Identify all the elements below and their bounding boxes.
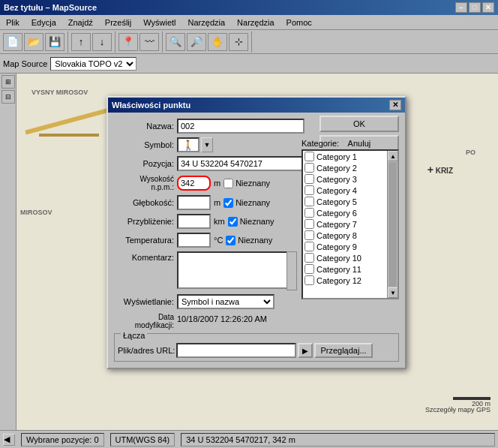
toolbar-zoom-in-button[interactable]: 🔍 <box>166 33 185 51</box>
glebokos-input[interactable] <box>177 195 211 210</box>
przyblizenie-label: Przybliżenie: <box>114 217 174 226</box>
menu-edycja[interactable]: Edycja <box>28 17 59 28</box>
category-8-label: Category 8 <box>316 231 357 240</box>
scroll-up-arrow[interactable]: ▲ <box>388 151 398 161</box>
category-11-label: Category 11 <box>316 265 362 274</box>
category-1-checkbox[interactable] <box>304 152 314 161</box>
category-11-checkbox[interactable] <box>304 264 314 274</box>
przyblizenie-unit: km <box>214 217 225 226</box>
wyswietlanie-select[interactable]: Symbol i nazwa <box>177 294 274 309</box>
lacza-legend: Łącza <box>121 331 147 340</box>
toolbar-section-3: 📍 〰 <box>118 32 163 53</box>
toolbar-download-button[interactable]: ↓ <box>92 33 112 51</box>
menu-znajdz[interactable]: Znajdź <box>65 17 96 28</box>
toolbar: 📄 📂 💾 ↑ ↓ 📍 〰 🔍 🔎 ✋ ⊹ <box>0 30 498 54</box>
category-7-checkbox[interactable] <box>304 219 314 229</box>
pozycja-input[interactable] <box>177 156 304 171</box>
toolbar-track-button[interactable]: 〰 <box>140 33 159 51</box>
browse-button[interactable]: Przeglądaj... <box>314 343 372 358</box>
nieznany3-checkbox[interactable] <box>228 217 238 227</box>
category-3-checkbox[interactable] <box>304 174 314 184</box>
wysokosc-label: Wysokośćn.p.m.: <box>114 175 174 191</box>
toolbar-section-1: 📄 📂 💾 <box>3 32 68 53</box>
category-5-label: Category 5 <box>316 197 357 206</box>
menu-bar: Plik Edycja Znajdź Prześlij Wyświetl Nar… <box>0 15 498 30</box>
nieznany1-checkbox[interactable] <box>224 179 233 188</box>
toolbar-open-button[interactable]: 📂 <box>24 33 44 51</box>
nieznany2-checkbox-label: Nieznany <box>224 198 270 208</box>
symbol-dropdown: 🚶 ▼ <box>177 137 213 152</box>
map-source-select[interactable]: Slovakia TOPO v2 <box>50 57 136 71</box>
category-item-7: Category 7 <box>303 218 387 230</box>
left-panel-btn2[interactable]: ⊟ <box>2 90 15 104</box>
nazwa-input[interactable] <box>177 119 304 134</box>
toolbar-save-button[interactable]: 💾 <box>45 33 64 51</box>
dialog-close-button[interactable]: ✕ <box>389 100 401 110</box>
category-1-label: Category 1 <box>316 152 357 161</box>
komentarz-scrollbar[interactable] <box>286 251 297 290</box>
category-10-checkbox[interactable] <box>304 253 314 263</box>
toolbar-waypoint-button[interactable]: 📍 <box>118 33 138 51</box>
toolbar-hand-button[interactable]: ✋ <box>208 33 227 51</box>
url-input[interactable] <box>176 343 296 358</box>
category-12-label: Category 12 <box>316 276 362 285</box>
category-8-checkbox[interactable] <box>304 230 314 240</box>
menu-plik[interactable]: Plik <box>3 17 22 28</box>
category-9-label: Category 9 <box>316 242 357 251</box>
wysokosc-input[interactable] <box>177 176 211 191</box>
menu-wyswietl[interactable]: Wyświetl <box>140 17 178 28</box>
toolbar-new-button[interactable]: 📄 <box>3 33 22 51</box>
symbol-icon[interactable]: 🚶 <box>177 137 200 152</box>
toolbar-section-2: ↑ ↓ <box>71 32 116 53</box>
data-label: Datamodyfikacji: <box>114 313 174 329</box>
ok-button[interactable]: OK <box>320 116 399 132</box>
category-5-checkbox[interactable] <box>304 197 314 206</box>
dialog-content: OK Anuluj Pokaż na mapie Mniej szczegółó… <box>108 113 405 368</box>
temperatura-unit: °C <box>214 236 223 245</box>
map-area[interactable]: VYSNY MIROSOV MIROSOV PO 200 m Szczegóły… <box>16 74 498 430</box>
toolbar-zoom-out-button[interactable]: 🔎 <box>187 33 206 51</box>
nieznany4-checkbox-label: Nieznany <box>226 236 272 245</box>
glebokos-unit: m <box>214 198 220 207</box>
menu-narzedzia1[interactable]: Narzędzia <box>185 17 229 28</box>
properties-dialog: Właściwości punktu ✕ OK Anuluj Pokaż na … <box>106 96 406 369</box>
status-datum: UTM(WGS 84) <box>110 433 176 446</box>
categories-scrollbar: ▲ ▼ <box>387 151 398 298</box>
przyblizenie-input[interactable] <box>177 214 211 229</box>
menu-narzedzia2[interactable]: Narzędzia <box>234 17 278 28</box>
dialog-title-bar: Właściwości punktu ✕ <box>108 98 405 113</box>
category-12-checkbox[interactable] <box>304 275 314 285</box>
temperatura-input[interactable] <box>177 233 211 248</box>
category-item-10: Category 10 <box>303 252 387 263</box>
menu-przeslij[interactable]: Prześlij <box>102 17 134 28</box>
minimize-button[interactable]: – <box>455 2 467 13</box>
scroll-down-arrow[interactable]: ▼ <box>388 287 398 298</box>
category-4-checkbox[interactable] <box>304 185 314 195</box>
toolbar-upload-button[interactable]: ↑ <box>71 33 91 51</box>
category-9-checkbox[interactable] <box>304 242 314 251</box>
status-bar: ◀ Wybrane pozycje: 0 UTM(WGS 84) 34 U 53… <box>0 430 498 448</box>
symbol-dropdown-arrow[interactable]: ▼ <box>201 137 213 152</box>
title-bar-buttons: – □ ✕ <box>455 2 494 13</box>
category-6-checkbox[interactable] <box>304 208 314 218</box>
url-arrow-button[interactable]: ▶ <box>298 343 313 358</box>
symbol-label: Symbol: <box>114 140 174 149</box>
nieznany2-label: Nieznany <box>236 198 270 207</box>
toolbar-select-button[interactable]: ⊹ <box>229 33 248 51</box>
nieznany2-checkbox[interactable] <box>224 198 233 208</box>
status-scroll-left[interactable]: ◀ <box>3 434 15 446</box>
close-button[interactable]: ✕ <box>482 2 494 13</box>
nieznany4-checkbox[interactable] <box>226 236 236 245</box>
window-title: Bez tytułu – MapSource <box>4 3 97 12</box>
komentarz-label: Komentarz: <box>114 251 174 262</box>
menu-pomoc[interactable]: Pomoc <box>284 17 315 28</box>
maximize-button[interactable]: □ <box>469 2 481 13</box>
category-2-checkbox[interactable] <box>304 163 314 173</box>
wyswietlanie-select-wrapper: Symbol i nazwa <box>177 294 274 309</box>
left-panel-btn1[interactable]: ⊞ <box>2 75 15 89</box>
komentarz-textarea[interactable] <box>177 251 297 289</box>
category-item-8: Category 8 <box>303 230 387 241</box>
scroll-thumb[interactable] <box>388 162 397 287</box>
dialog-title: Właściwości punktu <box>112 101 190 110</box>
category-7-label: Category 7 <box>316 220 357 229</box>
